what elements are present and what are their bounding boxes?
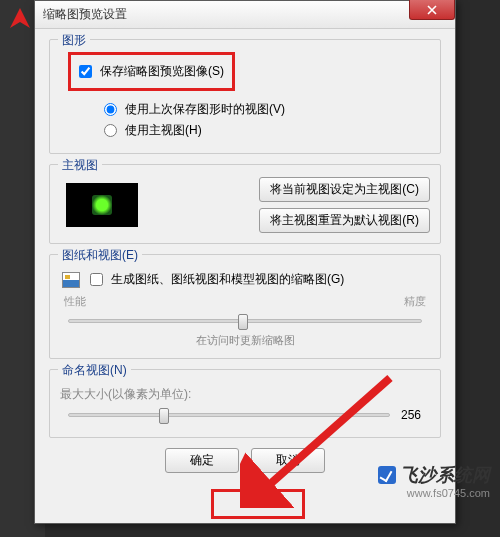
sheets-views-group: 图纸和视图(E) 生成图纸、图纸视图和模型视图的缩略图(G) 性能 精度 在访问… [49, 254, 441, 359]
max-size-slider[interactable]: 256 [68, 413, 390, 417]
use-home-view-label: 使用主视图(H) [125, 122, 202, 139]
home-legend: 主视图 [58, 157, 102, 174]
use-last-view-radio[interactable]: 使用上次保存图形时的视图(V) [104, 101, 430, 118]
sheets-legend: 图纸和视图(E) [58, 247, 142, 264]
titlebar: 缩略图预览设置 [35, 1, 455, 29]
use-home-view-input[interactable] [104, 124, 117, 137]
dialog-title: 缩略图预览设置 [43, 6, 127, 23]
use-last-view-input[interactable] [104, 103, 117, 116]
use-last-view-label: 使用上次保存图形时的视图(V) [125, 101, 285, 118]
save-preview-checkbox[interactable]: 保存缩略图预览图像(S) [79, 63, 224, 80]
ok-button[interactable]: 确定 [165, 448, 239, 473]
named-legend: 命名视图(N) [58, 362, 131, 379]
update-on-access-label: 在访问时更新缩略图 [60, 333, 430, 348]
home-view-thumbnail [66, 183, 138, 227]
drawing-group: 图形 保存缩略图预览图像(S) 使用上次保存图形时的视图(V) 使用主视图(H) [49, 39, 441, 154]
quality-slider-thumb[interactable] [238, 314, 248, 330]
max-size-value: 256 [401, 408, 421, 422]
precision-label: 精度 [404, 294, 426, 309]
thumbnail-icon [92, 195, 112, 215]
close-button[interactable] [409, 0, 455, 20]
highlight-annotation: 保存缩略图预览图像(S) [68, 52, 235, 91]
set-current-view-button[interactable]: 将当前视图设定为主视图(C) [259, 177, 430, 202]
drawing-legend: 图形 [58, 32, 90, 49]
reset-default-view-button[interactable]: 将主视图重置为默认视图(R) [259, 208, 430, 233]
quality-slider[interactable] [68, 319, 422, 323]
save-preview-input[interactable] [79, 65, 92, 78]
use-home-view-radio[interactable]: 使用主视图(H) [104, 122, 430, 139]
thumbnail-preview-settings-dialog: 缩略图预览设置 图形 保存缩略图预览图像(S) 使用上次保存图形时的视图(V) … [34, 0, 456, 524]
home-view-group: 主视图 将当前视图设定为主视图(C) 将主视图重置为默认视图(R) [49, 164, 441, 244]
named-views-group: 命名视图(N) 最大大小(以像素为单位): 256 [49, 369, 441, 438]
ok-highlight-annotation [211, 489, 305, 519]
generate-sheets-input[interactable] [90, 273, 103, 286]
sheet-icon [62, 272, 80, 288]
generate-sheets-checkbox[interactable]: 生成图纸、图纸视图和模型视图的缩略图(G) [62, 271, 430, 288]
generate-sheets-label: 生成图纸、图纸视图和模型视图的缩略图(G) [111, 271, 344, 288]
max-size-slider-thumb[interactable] [159, 408, 169, 424]
max-size-label: 最大大小(以像素为单位): [60, 386, 430, 403]
cancel-button[interactable]: 取消 [251, 448, 325, 473]
save-preview-label: 保存缩略图预览图像(S) [100, 63, 224, 80]
perf-label: 性能 [64, 294, 86, 309]
